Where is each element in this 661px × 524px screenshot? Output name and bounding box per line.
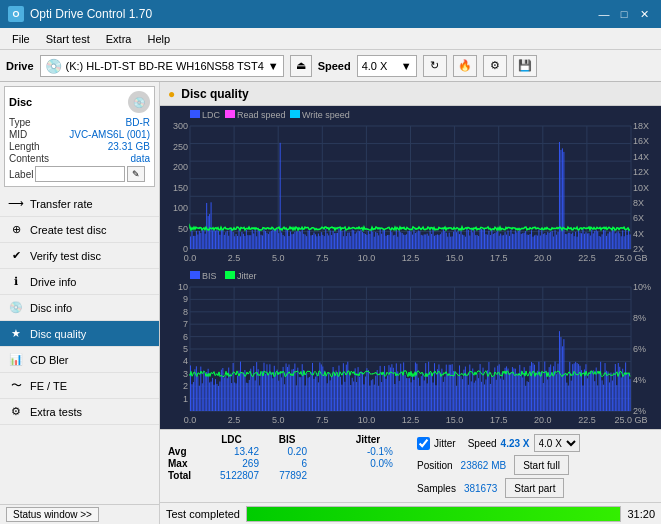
settings-button[interactable]: ⚙ — [483, 55, 507, 77]
titlebar: O Opti Drive Control 1.70 — □ ✕ — [0, 0, 661, 28]
nav-label-disc-info: Disc info — [30, 302, 72, 314]
stats-avg-row: Avg 13.42 0.20 -0.1% — [168, 446, 393, 457]
app-icon: O — [8, 6, 24, 22]
ldc-chart — [160, 106, 661, 267]
nav-icon-disc-info: 💿 — [8, 300, 24, 316]
total-label: Total — [168, 470, 196, 481]
samples-label: Samples — [417, 483, 456, 494]
status-window-area: Status window >> — [0, 504, 159, 524]
nav-icon-fe-te: 〜 — [8, 378, 24, 394]
nav-label-disc-quality: Disc quality — [30, 328, 86, 340]
save-button[interactable]: 💾 — [513, 55, 537, 77]
nav-label-cd-bler: CD Bler — [30, 354, 69, 366]
speed-stat-label: Speed — [468, 438, 497, 449]
nav-icon-cd-bler: 📊 — [8, 352, 24, 368]
charts-area — [160, 106, 661, 429]
bis-chart — [160, 267, 661, 429]
nav-label-fe-te: FE / TE — [30, 380, 67, 392]
samples-row: Samples 381673 Start part — [417, 478, 580, 498]
empty2 — [315, 434, 335, 445]
burn-button[interactable]: 🔥 — [453, 55, 477, 77]
menu-help[interactable]: Help — [139, 31, 178, 47]
stats-table: LDC BIS Jitter Avg 13.42 0.20 -0.1% Max … — [168, 434, 393, 481]
nav-icon-transfer-rate: ⟶ — [8, 196, 24, 212]
sidebar-item-cd-bler[interactable]: 📊CD Bler — [0, 347, 159, 373]
disc-label-input[interactable] — [35, 166, 125, 182]
eject-button[interactable]: ⏏ — [290, 55, 312, 77]
start-full-button[interactable]: Start full — [514, 455, 569, 475]
nav-label-extra-tests: Extra tests — [30, 406, 82, 418]
minimize-button[interactable]: — — [595, 6, 613, 22]
stats-controls: Jitter Speed 4.23 X 4.0 X 2.0 X 6.0 X 8.… — [417, 434, 580, 498]
progress-bar-container — [246, 506, 621, 522]
status-window-button[interactable]: Status window >> — [6, 507, 99, 522]
progress-bar-fill — [247, 507, 620, 521]
max-ldc: 269 — [204, 458, 259, 469]
empty4 — [315, 458, 335, 469]
disc-length-val: 23.31 GB — [108, 141, 150, 152]
disc-length-row: Length 23.31 GB — [9, 141, 150, 152]
stats-empty-header — [168, 434, 196, 445]
titlebar-left: O Opti Drive Control 1.70 — [8, 6, 152, 22]
sidebar-item-create-test-disc[interactable]: ⊕Create test disc — [0, 217, 159, 243]
sidebar-item-extra-tests[interactable]: ⚙Extra tests — [0, 399, 159, 425]
chevron-down-icon: ▼ — [268, 60, 279, 72]
speed-stat-select[interactable]: 4.0 X 2.0 X 6.0 X 8.0 X — [534, 434, 580, 452]
avg-jitter: -0.1% — [343, 446, 393, 457]
refresh-button[interactable]: ↻ — [423, 55, 447, 77]
sidebar-item-fe-te[interactable]: 〜FE / TE — [0, 373, 159, 399]
disc-length-key: Length — [9, 141, 40, 152]
close-button[interactable]: ✕ — [635, 6, 653, 22]
sidebar-item-disc-quality[interactable]: ★Disc quality — [0, 321, 159, 347]
position-val: 23862 MB — [461, 460, 507, 471]
total-bis: 77892 — [267, 470, 307, 481]
disc-type-val: BD-R — [126, 117, 150, 128]
start-part-button[interactable]: Start part — [505, 478, 564, 498]
menu-start-test[interactable]: Start test — [38, 31, 98, 47]
sidebar-item-transfer-rate[interactable]: ⟶Transfer rate — [0, 191, 159, 217]
bottom-status: Test completed 31:20 — [160, 502, 661, 524]
nav-icon-create-test-disc: ⊕ — [8, 222, 24, 238]
sidebar-item-verify-test-disc[interactable]: ✔Verify test disc — [0, 243, 159, 269]
drive-name: (K:) HL-DT-ST BD-RE WH16NS58 TST4 — [66, 60, 264, 72]
stats-bar: LDC BIS Jitter Avg 13.42 0.20 -0.1% Max … — [160, 429, 661, 502]
avg-bis: 0.20 — [267, 446, 307, 457]
nav-icon-verify-test-disc: ✔ — [8, 248, 24, 264]
chevron-down-icon2: ▼ — [401, 60, 412, 72]
sidebar-item-drive-info[interactable]: ℹDrive info — [0, 269, 159, 295]
avg-ldc: 13.42 — [204, 446, 259, 457]
jitter-checkbox[interactable] — [417, 437, 430, 450]
avg-label: Avg — [168, 446, 196, 457]
menu-file[interactable]: File — [4, 31, 38, 47]
disc-mid-key: MID — [9, 129, 27, 140]
stats-total-row: Total 5122807 77892 — [168, 470, 393, 481]
max-label: Max — [168, 458, 196, 469]
disc-quality-header: ● Disc quality — [160, 82, 661, 106]
titlebar-controls: — □ ✕ — [595, 6, 653, 22]
disc-mid-row: MID JVC-AMS6L (001) — [9, 129, 150, 140]
disc-contents-val: data — [131, 153, 150, 164]
drive-selector[interactable]: 💿 (K:) HL-DT-ST BD-RE WH16NS58 TST4 ▼ — [40, 55, 284, 77]
disc-contents-row: Contents data — [9, 153, 150, 164]
drive-label: Drive — [6, 60, 34, 72]
nav-label-create-test-disc: Create test disc — [30, 224, 106, 236]
position-row: Position 23862 MB Start full — [417, 455, 580, 475]
sidebar-item-disc-info[interactable]: 💿Disc info — [0, 295, 159, 321]
disc-panel-label: Disc — [9, 96, 32, 108]
nav-icon-drive-info: ℹ — [8, 274, 24, 290]
max-bis: 6 — [267, 458, 307, 469]
disc-mid-val: JVC-AMS6L (001) — [69, 129, 150, 140]
jitter-check-label: Jitter — [434, 438, 456, 449]
total-ldc: 5122807 — [204, 470, 259, 481]
menu-extra[interactable]: Extra — [98, 31, 140, 47]
nav-list: ⟶Transfer rate⊕Create test disc✔Verify t… — [0, 191, 159, 425]
disc-quality-icon: ● — [168, 87, 175, 101]
maximize-button[interactable]: □ — [615, 6, 633, 22]
disc-label-edit-btn[interactable]: ✎ — [127, 166, 145, 182]
nav-label-drive-info: Drive info — [30, 276, 76, 288]
disc-icon: 💿 — [128, 91, 150, 113]
bis-header: BIS — [267, 434, 307, 445]
max-jitter: 0.0% — [343, 458, 393, 469]
speed-selector[interactable]: 4.0 X ▼ — [357, 55, 417, 77]
empty3 — [315, 446, 335, 457]
